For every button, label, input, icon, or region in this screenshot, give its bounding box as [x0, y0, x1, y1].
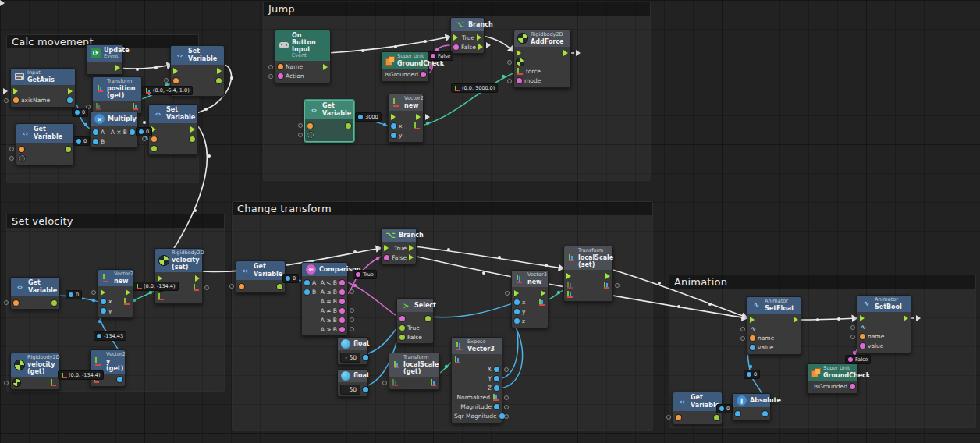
flow-in-port[interactable] [453, 34, 458, 41]
x-in-port[interactable] [101, 299, 106, 304]
false-out-port[interactable] [409, 254, 414, 260]
axisname-port[interactable] [13, 97, 19, 103]
b-in-port[interactable] [93, 139, 98, 144]
value-out-port[interactable] [346, 123, 351, 129]
vector-out-port[interactable] [193, 284, 200, 291]
node-get-variable-calc[interactable]: ‹› Get Variable [16, 123, 74, 165]
node-float-50[interactable]: float 50 [337, 369, 368, 397]
lessequal-out-port[interactable] [339, 289, 345, 295]
variable-name-port[interactable] [307, 123, 313, 129]
y-in-port[interactable] [101, 308, 106, 314]
greater-out-port[interactable] [339, 327, 345, 332]
node-velocity-get[interactable]: Rigidbody2D velocity (get) [10, 353, 60, 390]
transform-in-port[interactable] [566, 282, 573, 289]
vector-in-port[interactable] [566, 291, 573, 298]
magnitude-out-port[interactable] [494, 404, 499, 409]
flow-out-port[interactable] [126, 289, 130, 296]
isgrounded-out-port[interactable] [421, 72, 426, 77]
node-expose-vector3[interactable]: Expose Vector3 X Y Z Normalized Magnitud… [451, 337, 502, 424]
condition-port[interactable] [453, 44, 459, 50]
a-in-port[interactable] [304, 280, 310, 285]
a-in-port[interactable] [93, 129, 98, 135]
node-velocity-set[interactable]: Rigidbody2D velocity (set) [154, 248, 203, 304]
axis-value-out-port[interactable] [67, 97, 73, 103]
node-update-event[interactable]: ⟳ Update Event [86, 44, 123, 75]
animator-in-port[interactable]: ∿ [860, 324, 867, 331]
vector-out-port[interactable] [123, 298, 130, 305]
flow-in-port[interactable] [13, 88, 18, 94]
flow-in-port[interactable] [101, 289, 105, 296]
value-out-port[interactable] [216, 78, 222, 83]
output-port[interactable] [762, 411, 768, 416]
y-in-port[interactable] [514, 309, 520, 314]
flow-out-port[interactable] [794, 317, 798, 323]
vector-out-port[interactable] [603, 282, 610, 289]
selection-out-port[interactable] [425, 316, 431, 321]
value-out-port[interactable] [277, 284, 282, 289]
name-port[interactable] [278, 64, 283, 69]
x-in-port[interactable] [391, 123, 396, 129]
node-get-variable-ct[interactable]: ‹› Get Variable [236, 260, 286, 293]
y-out-port[interactable] [494, 376, 499, 381]
flow-out-port[interactable] [904, 315, 908, 321]
value-port[interactable] [750, 345, 755, 350]
group-set-velocity-title[interactable]: Set velocity [7, 214, 224, 228]
node-branch-ct[interactable]: ⌥ Branch True False [381, 228, 417, 264]
node-vector2-y-get[interactable]: Vector2 y (get) [90, 349, 126, 387]
flow-in-port[interactable] [158, 275, 162, 282]
group-jump-title[interactable]: Jump [264, 2, 650, 16]
y-out-port[interactable] [117, 377, 123, 382]
node-animator-setfloat[interactable]: ∿ Animator SetFloat ∿ name value [747, 296, 801, 355]
true-out-port[interactable] [409, 245, 414, 251]
node-groundcheck-anim[interactable]: Super Unit GroundCheck IsGrounded [807, 363, 858, 394]
flow-in-port[interactable] [384, 245, 389, 251]
value-out-port[interactable] [51, 300, 57, 306]
flow-out-port[interactable] [217, 68, 222, 74]
variable-name-port[interactable] [13, 300, 19, 306]
x-in-port[interactable] [514, 299, 520, 305]
flow-in-port[interactable] [391, 114, 396, 120]
sqrmagnitude-out-port[interactable] [499, 413, 505, 419]
node-localscale-set[interactable]: Transform localScale (set) [563, 246, 613, 302]
flow-out-port[interactable] [605, 273, 610, 279]
flow-in-port[interactable] [514, 290, 519, 296]
b-in-port[interactable] [304, 289, 310, 295]
node-vector2-new-sv[interactable]: Vector2 new x y [98, 269, 133, 318]
rigidbody-in-port[interactable] [517, 58, 524, 66]
variable-name-port[interactable] [676, 415, 681, 420]
value-out-port[interactable] [66, 147, 71, 152]
flow-out-port[interactable] [195, 275, 200, 282]
node-select[interactable]: ≻ Select True False [396, 298, 434, 344]
node-input-getaxis[interactable]: Input GetAxis axisName [10, 68, 76, 108]
flow-out-port[interactable] [323, 64, 328, 70]
isgrounded-out-port[interactable] [850, 384, 855, 389]
node-get-variable-jump[interactable]: ‹› Get Variable [304, 100, 354, 142]
action-port[interactable] [278, 73, 283, 79]
transform-in-port[interactable] [392, 379, 399, 386]
node-multiply[interactable]: × Multiply A A × B B [90, 112, 138, 148]
vector-out-port[interactable] [132, 103, 139, 110]
variable-name-port[interactable] [19, 147, 24, 152]
value-port[interactable] [860, 343, 865, 349]
flow-out-port[interactable] [541, 290, 545, 296]
fallback-port[interactable] [307, 132, 314, 138]
node-branch-jump[interactable]: ⌥ Branch True False [450, 17, 485, 54]
z-out-port[interactable] [494, 385, 499, 391]
mode-port[interactable] [517, 78, 522, 83]
flow-out-port[interactable] [416, 114, 421, 120]
group-animation-title[interactable]: Animation [669, 275, 975, 289]
condition-port[interactable] [384, 255, 389, 260]
node-get-variable-anim[interactable]: ‹› Get Variable [673, 392, 723, 424]
vector-out-port[interactable] [430, 379, 437, 386]
equal-out-port[interactable] [339, 299, 345, 304]
node-comparison[interactable]: ≈ Comparison A A < B B A ≤ B A = B A ≠ B… [301, 262, 348, 336]
vector-out-port[interactable] [538, 299, 545, 306]
node-groundcheck-jump[interactable]: Super Unit GroundCheck IsGrounded [381, 51, 429, 82]
variable-name-port[interactable] [173, 78, 179, 83]
transform-in-port[interactable] [95, 103, 102, 110]
group-change-transform-title[interactable]: Change transform [233, 202, 652, 215]
flow-out-port[interactable] [68, 88, 73, 94]
flow-out-port[interactable] [190, 126, 195, 133]
animator-in-port[interactable]: ∿ [750, 325, 757, 332]
true-out-port[interactable] [477, 34, 481, 41]
